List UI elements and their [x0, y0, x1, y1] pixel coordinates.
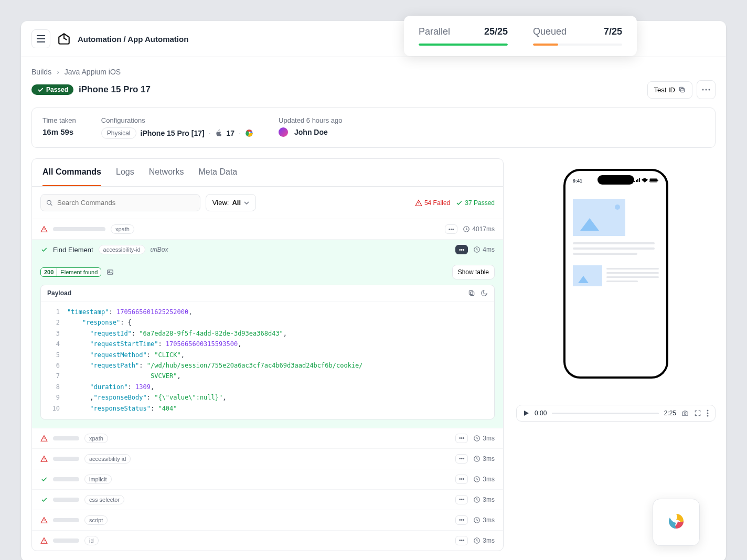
check-icon [40, 246, 48, 253]
app-logo [57, 31, 71, 46]
command-row-expanded[interactable]: Find Element accessibility-id urlBox •••… [32, 239, 503, 260]
copy-icon[interactable] [468, 289, 475, 297]
device-preview: 9:41 [563, 169, 668, 379]
skeleton [53, 436, 79, 440]
row-more-button[interactable]: ••• [455, 245, 468, 254]
time-taken-value: 16m 59s [42, 127, 76, 136]
fullscreen-icon[interactable] [694, 410, 701, 417]
locator-pill: css selector [84, 495, 124, 504]
info-card: Time taken 16m 59s Configurations Physic… [31, 107, 716, 148]
help-fab[interactable] [653, 499, 700, 546]
user-name: John Doe [294, 128, 328, 136]
payload-title: Payload [47, 289, 71, 297]
crumb-root[interactable]: Builds [31, 68, 51, 76]
config-label: Configurations [101, 116, 253, 124]
svg-point-2 [702, 89, 704, 91]
locator-value: urlBox [151, 246, 168, 253]
apple-icon [215, 129, 222, 137]
row-more-button[interactable]: ••• [455, 536, 468, 545]
header-breadcrumb: Automation / App Automation [78, 35, 188, 44]
menu-button[interactable] [31, 29, 50, 48]
row-more-button[interactable]: ••• [455, 475, 468, 484]
svg-point-7 [47, 200, 51, 204]
locator-pill: accessibility id [84, 454, 131, 464]
tab-networks[interactable]: Networks [149, 159, 184, 186]
command-row[interactable]: id ••• 3ms [32, 530, 503, 551]
command-time: 3ms [473, 537, 495, 544]
row-more-button[interactable]: ••• [455, 454, 468, 464]
queued-value: 7/25 [604, 26, 622, 37]
video-track[interactable] [552, 413, 658, 414]
skeleton [53, 539, 79, 543]
command-time: 3ms [473, 455, 495, 462]
clock-icon [473, 246, 481, 253]
skeleton [53, 498, 79, 502]
command-row[interactable]: script ••• 3ms [32, 510, 503, 530]
phone-status-icons [634, 178, 659, 184]
view-filter-button[interactable]: View: All [206, 194, 256, 211]
tab-all-commands[interactable]: All Commands [42, 159, 101, 186]
camera-icon[interactable] [681, 410, 689, 417]
test-id-button[interactable]: Test ID [647, 81, 692, 99]
locator-pill: accessibility-id [99, 245, 145, 254]
tab-logs[interactable]: Logs [116, 159, 134, 186]
row-more-button[interactable]: ••• [445, 224, 457, 234]
row-more-button[interactable]: ••• [455, 515, 468, 525]
payload-code: 1"timestamp": 1705665601625252000,2 "res… [41, 301, 494, 419]
command-row[interactable]: xpath ••• 3ms [32, 428, 503, 448]
video-controls[interactable]: 0:00 2:25 [516, 405, 716, 422]
check-icon [40, 476, 48, 483]
passed-count: 37 Passed [455, 199, 495, 207]
parallel-label: Parallel [419, 26, 450, 37]
more-button[interactable] [697, 80, 716, 99]
moon-icon[interactable] [481, 289, 488, 297]
svg-point-3 [706, 89, 707, 91]
response-status-pill: 200 Element found [40, 267, 101, 277]
warning-icon [40, 435, 48, 442]
more-vertical-icon[interactable] [707, 410, 709, 417]
svg-point-25 [707, 415, 709, 417]
os-version: 17 [227, 129, 235, 137]
svg-rect-21 [650, 180, 657, 181]
failed-count: 54 Failed [415, 199, 450, 207]
command-row[interactable]: css selector ••• 3ms [32, 489, 503, 510]
locator-pill: implicit [84, 475, 112, 484]
row-more-button[interactable]: ••• [455, 495, 468, 504]
svg-point-22 [684, 413, 686, 415]
command-time: 3ms [473, 516, 495, 524]
command-row[interactable]: accessibility id ••• 3ms [32, 448, 503, 469]
search-icon [46, 199, 53, 207]
physical-chip: Physical [101, 127, 136, 139]
svg-point-24 [707, 413, 709, 414]
image-icon[interactable] [106, 268, 114, 276]
command-row[interactable]: xpath ••• 4017ms [32, 219, 503, 239]
locator-pill: xpath [84, 434, 108, 443]
command-row[interactable]: implicit ••• 3ms [32, 469, 503, 489]
row-more-button[interactable]: ••• [455, 434, 468, 443]
show-table-button[interactable]: Show table [452, 265, 495, 279]
command-name: Find Element [53, 246, 93, 254]
video-total-time: 2:25 [664, 410, 676, 417]
command-time: 3ms [473, 435, 495, 442]
tab-meta-data[interactable]: Meta Data [198, 159, 237, 186]
skeleton [53, 227, 105, 231]
phone-time: 9:41 [573, 178, 582, 184]
updated-label: Updated 6 hours ago [279, 116, 342, 124]
parallel-value: 25/25 [484, 26, 508, 37]
svg-point-23 [707, 410, 709, 412]
command-time: 3ms [473, 476, 495, 483]
play-icon[interactable] [523, 410, 529, 416]
locator-pill: id [84, 536, 99, 545]
swirl-logo-icon [664, 510, 689, 535]
svg-rect-12 [471, 292, 474, 296]
status-badge: Passed [31, 84, 73, 95]
locator-pill: xpath [111, 224, 134, 234]
crumb-leaf: Java Appium iOS [65, 68, 121, 76]
check-icon [40, 496, 48, 503]
search-input[interactable] [40, 194, 200, 211]
svg-rect-0 [681, 89, 685, 92]
skeleton [53, 518, 79, 522]
chevron-down-icon [244, 201, 249, 204]
warning-icon [40, 455, 48, 462]
queued-label: Queued [533, 26, 567, 37]
